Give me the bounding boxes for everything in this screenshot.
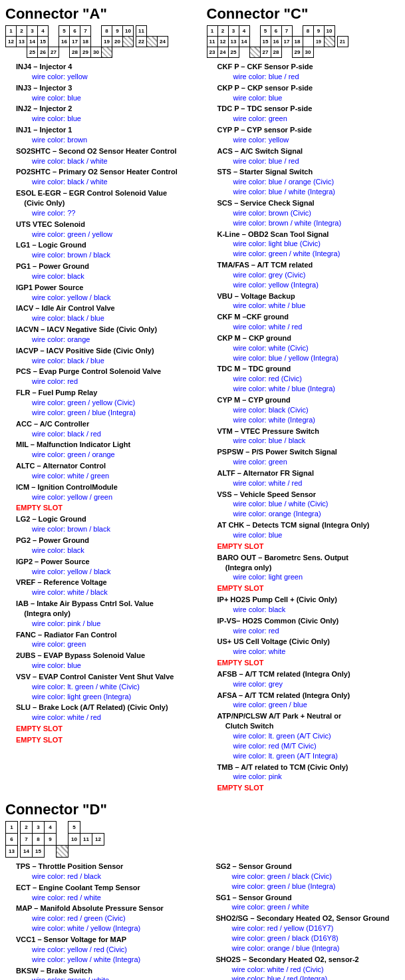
list-item: ALTF – Alternator FR Signalwire color: w…: [217, 468, 400, 488]
list-item: TDC M – TDC groundwire color: red (Civic…: [217, 364, 400, 394]
list-item: US+ US Cell Voltage (Civic Only)wire col…: [217, 637, 400, 657]
connector-d-pin-list: TPS – Throttle Position Sensorwire color…: [5, 862, 400, 980]
list-item: PO2SHTC – Primary O2 Sensor Heater Contr…: [16, 167, 199, 187]
connector-a-pin-list: INJ4 – Injector 4wire color: yellow INJ3…: [5, 62, 199, 745]
list-item: STS – Starter Signal Switchwire color: b…: [217, 167, 400, 197]
list-item: PG2 – Power Groundwire color: black: [16, 536, 199, 556]
list-item: LG2 – Logic Groundwire color: brown / bl…: [16, 514, 199, 534]
list-item: TMA/FAS – A/T TCM relatedwire color: gre…: [217, 260, 400, 290]
list-item: ACC – A/C Controllerwire color: black / …: [16, 419, 199, 439]
connector-c-title: Connector "C": [207, 5, 400, 23]
list-item: INJ2 – Injector 2wire color: blue: [16, 104, 199, 124]
list-item: VSS – Vehicle Speed Sensorwire color: bl…: [217, 490, 400, 520]
list-item: EMPTY SLOT: [16, 503, 199, 513]
list-item: ATP/NP/CLSW A/T Park + Neutral or Clutch…: [217, 711, 400, 760]
list-item: ALTC – Alternator Controlwire color: whi…: [16, 461, 199, 481]
connector-c-pin-list: CKF P – CKF Sensor P-sidewire color: blu…: [207, 62, 400, 793]
list-item: VBU – Voltage Backupwire color: white / …: [217, 291, 400, 311]
connector-c-grid: 1 2 3 4 5 6 7 8 9 10 11: [207, 25, 400, 58]
list-item: BARO OUT – Barometrc Sens. Output (Integ…: [217, 553, 400, 583]
list-item: MAP – Manifold Absolute Pressure Sensorw…: [16, 903, 200, 933]
connector-d-grid: 1 2 3 4 5 6 7 8 9 10 11 12: [5, 821, 400, 858]
connector-a-grid: 1 2 3 4 5 6 7 8 9 10 11: [5, 25, 199, 58]
list-item: IACVN – IACV Negative Side (Civic Only)w…: [16, 325, 199, 345]
list-item: CKP M – CKP groundwire color: white (Civ…: [217, 333, 400, 363]
list-item: SLU – Brake Lock (A/T Related) (Civic On…: [16, 703, 199, 723]
list-item: MIL – Malfunction Indicator Lightwire co…: [16, 440, 199, 460]
list-item: IACVP – IACV Positive Side (Civic Only)w…: [16, 346, 199, 366]
main-container: Connector "A" 1 2 3 4 5 6 7 8 9: [0, 0, 405, 980]
list-item: CKP P – CKP sensor P-sidewire color: blu…: [217, 83, 400, 103]
list-item: 2UBS – EVAP Bypass Solenoid Valuewire co…: [16, 651, 199, 671]
list-item: SHO2/SG – Secondary Heated O2, Sensor Gr…: [216, 913, 400, 953]
list-item: ICM – Ignition ControlModulewire color: …: [16, 482, 199, 502]
list-item: AT CHK – Detects TCM signal (Integra Onl…: [217, 520, 400, 540]
list-item: SCS – Service Check Signalwire color: br…: [217, 198, 400, 228]
top-section: Connector "A" 1 2 3 4 5 6 7 8 9: [5, 5, 400, 794]
list-item: K-Line – OBD2 Scan Tool Signalwire color…: [217, 230, 400, 259]
list-item: BKSW – Brake Switchwire color: green / w…: [16, 966, 200, 981]
list-item: SG2 – Sensor Groundwire color: green / b…: [216, 862, 400, 892]
list-item: EMPTY SLOT: [217, 542, 400, 552]
connector-d-col-left: TPS – Throttle Position Sensorwire color…: [5, 862, 200, 980]
list-item: CYP P – CYP sensor P-sidewire color: yel…: [217, 125, 400, 145]
list-item: INJ3 – Injector 3wire color: blue: [16, 83, 199, 103]
list-item: ACS – A/C Switch Signalwire color: blue …: [217, 146, 400, 166]
list-item: IAB – Intake Air Bypass Cntrl Sol. Value…: [16, 599, 199, 629]
connector-a-title: Connector "A": [5, 5, 199, 23]
connector-d-col-right: SG2 – Sensor Groundwire color: green / b…: [205, 862, 400, 980]
list-item: AFSA – A/T TCM related (Integra Only)wir…: [217, 691, 400, 711]
list-item: TPS – Throttle Position Sensorwire color…: [16, 862, 200, 882]
list-item: SO2SHTC – Second O2 Sensor Heater Contro…: [16, 146, 199, 166]
list-item: IP+ HO2S Pump Cell + (Civic Only)wire co…: [217, 595, 400, 615]
list-item: TDC P – TDC sensor P-sidewire color: gre…: [217, 104, 400, 124]
list-item: IGP1 Power Sourcewire color: yellow / bl…: [16, 283, 199, 303]
list-item: EMPTY SLOT: [217, 783, 400, 793]
connector-a-section: Connector "A" 1 2 3 4 5 6 7 8 9: [5, 5, 203, 794]
list-item: IP-VS– HO2S Common (Civic Only)wire colo…: [217, 616, 400, 636]
list-item: IACV – Idle Air Control Valvewire color:…: [16, 303, 199, 323]
list-item: ESOL E-EGR – EGR Control Solenoid Value …: [16, 188, 199, 218]
list-item: INJ4 – Injector 4wire color: yellow: [16, 62, 199, 82]
list-item: VCC1 – Sensor Voltage for MAPwire color:…: [16, 935, 200, 965]
list-item: LG1 – Logic Groundwire color: brown / bl…: [16, 240, 199, 260]
list-item: EMPTY SLOT: [217, 658, 400, 668]
list-item: PSPSW – P/S Power Switch Signalwire colo…: [217, 447, 400, 467]
list-item: TMB – A/T related to TCM (Civic Only)wir…: [217, 762, 400, 782]
list-item: VSV – EVAP Control Canister Vent Shut Va…: [16, 672, 199, 702]
list-item: FLR – Fuel Pump Relaywire color: green /…: [16, 388, 199, 418]
list-item: CKF P – CKF Sensor P-sidewire color: blu…: [217, 62, 400, 82]
list-item: EMPTY SLOT: [16, 724, 199, 734]
list-item: VTM – VTEC Pressure Switchwire color: bl…: [217, 426, 400, 446]
list-item: CYP M – CYP groundwire color: black (Civ…: [217, 395, 400, 425]
list-item: CKF M –CKF groundwire color: white / red: [217, 312, 400, 332]
list-item: SHO2S – Secondary Heated O2, sensor-2wir…: [216, 955, 400, 980]
connector-c-section: Connector "C" 1 2 3 4 5 6 7 8 9: [203, 5, 400, 794]
list-item: EMPTY SLOT: [16, 735, 199, 745]
list-item: INJ1 – Injector 1wire color: brown: [16, 125, 199, 145]
connector-d-section: Connector "D" 1 2 3 4 5 6 7 8 9: [5, 801, 400, 980]
list-item: ECT – Engine Coolant Temp Sensorwire col…: [16, 883, 200, 903]
list-item: UTS VTEC Solenoidwire color: green / yel…: [16, 220, 199, 240]
list-item: IGP2 – Power Sourcewire color: yellow / …: [16, 557, 199, 577]
list-item: SG1 – Sensor Groundwire color: green / w…: [216, 893, 400, 913]
connector-d-title: Connector "D": [5, 801, 400, 818]
list-item: PG1 – Power Groundwire color: black: [16, 261, 199, 281]
list-item: PCS – Evap Purge Control Solenoid Valvew…: [16, 367, 199, 387]
list-item: VREF – Reference Voltagewire color: whit…: [16, 577, 199, 597]
list-item: EMPTY SLOT: [217, 583, 400, 593]
list-item: AFSB – A/T TCM related (Integra Only)wir…: [217, 669, 400, 689]
list-item: FANC – Radiator Fan Controlwire color: g…: [16, 630, 199, 650]
